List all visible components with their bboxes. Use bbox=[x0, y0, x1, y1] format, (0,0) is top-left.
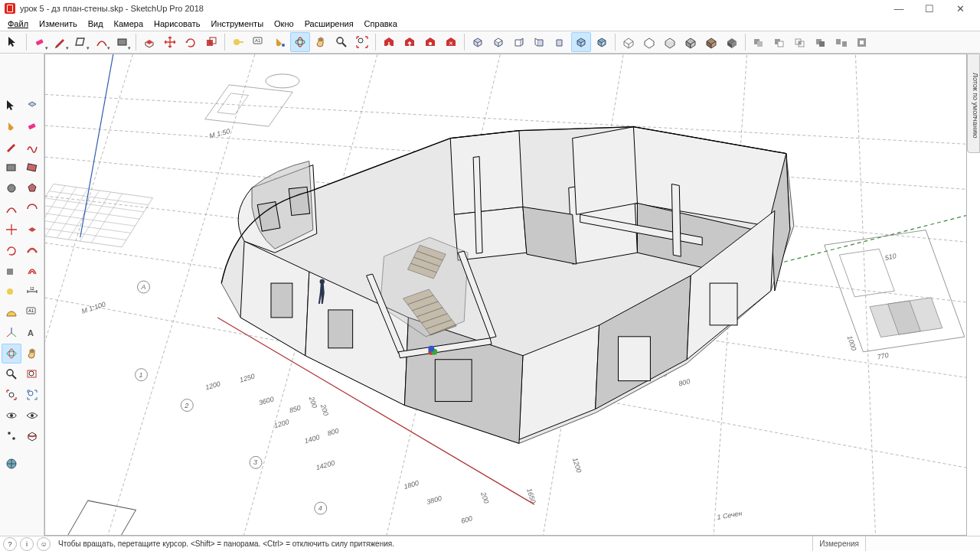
viewport[interactable]: M 1:100 M 1:50 1 Сечен 1200 1250 3600 85… bbox=[44, 54, 967, 536]
view-back[interactable] bbox=[550, 32, 570, 52]
orbit-side[interactable] bbox=[2, 344, 21, 364]
arc2-side[interactable] bbox=[22, 199, 42, 219]
svg-rect-29 bbox=[28, 123, 36, 129]
solid-intersect[interactable] bbox=[790, 32, 810, 52]
style-xray[interactable] bbox=[619, 32, 639, 52]
solid-subtract[interactable] bbox=[769, 32, 789, 52]
zoom-extents-side[interactable] bbox=[22, 385, 42, 405]
view-right[interactable] bbox=[530, 32, 550, 52]
info-icon[interactable]: i bbox=[20, 537, 34, 551]
menu-view[interactable]: Вид bbox=[83, 18, 108, 29]
walk-side[interactable] bbox=[2, 426, 21, 446]
scale-tool[interactable] bbox=[201, 32, 221, 52]
user-icon[interactable]: ☺ bbox=[37, 537, 51, 551]
zoom-extents-tool[interactable] bbox=[352, 32, 372, 52]
svg-text:✕: ✕ bbox=[449, 41, 453, 46]
solid-split[interactable] bbox=[831, 32, 851, 52]
3dtext-side[interactable]: A bbox=[22, 323, 42, 343]
text-tool[interactable]: A1 bbox=[249, 32, 269, 52]
freehand-side[interactable] bbox=[22, 137, 42, 157]
arc-tool[interactable] bbox=[92, 32, 112, 52]
rect-side[interactable] bbox=[2, 158, 21, 178]
pan-side[interactable] bbox=[22, 344, 42, 364]
maximize-button[interactable]: ☐ bbox=[914, 0, 945, 17]
menu-tools[interactable]: Инструменты bbox=[206, 18, 268, 29]
style-wire[interactable] bbox=[639, 32, 659, 52]
arc-side[interactable] bbox=[2, 199, 21, 219]
view-front[interactable] bbox=[509, 32, 529, 52]
solid-outer[interactable] bbox=[852, 32, 872, 52]
rotate-side[interactable] bbox=[2, 240, 21, 260]
minimize-button[interactable]: — bbox=[884, 0, 914, 17]
eye-side[interactable] bbox=[22, 406, 42, 425]
line-side[interactable] bbox=[2, 137, 21, 157]
component-tool[interactable] bbox=[22, 96, 42, 116]
menu-draw[interactable]: Нарисовать bbox=[149, 18, 204, 29]
solid-trim[interactable] bbox=[811, 32, 831, 52]
pan-tool[interactable] bbox=[311, 32, 331, 52]
style-shaded[interactable] bbox=[681, 32, 701, 52]
circle-side[interactable] bbox=[2, 178, 21, 198]
pencil-tool[interactable] bbox=[51, 32, 70, 52]
menu-edit[interactable]: Изменить bbox=[34, 18, 82, 29]
svg-rect-124 bbox=[271, 283, 292, 318]
style-texture[interactable] bbox=[701, 32, 721, 52]
offset-side[interactable] bbox=[22, 261, 42, 281]
geolocation-side[interactable] bbox=[2, 454, 21, 474]
view-left[interactable] bbox=[571, 32, 591, 52]
paint-tool[interactable] bbox=[270, 32, 289, 52]
rect-tool[interactable] bbox=[113, 32, 132, 52]
pushpull-side[interactable] bbox=[22, 220, 42, 240]
measurements-input[interactable] bbox=[865, 536, 980, 551]
default-tray-tab[interactable]: Лоток по умолчанию bbox=[967, 54, 980, 153]
menu-file[interactable]: Файл bbox=[3, 18, 33, 29]
zoom-side[interactable] bbox=[2, 364, 21, 384]
select-tool-side[interactable] bbox=[2, 96, 21, 116]
orbit-tool[interactable] bbox=[290, 32, 310, 52]
ext-warehouse[interactable] bbox=[420, 32, 440, 52]
tape-side[interactable] bbox=[2, 282, 21, 302]
style-hidden[interactable] bbox=[660, 32, 680, 52]
rotate-tool[interactable] bbox=[181, 32, 201, 52]
help-icon[interactable]: ? bbox=[3, 537, 17, 551]
menubar: Файл Изменить Вид Камера Нарисовать Инст… bbox=[0, 17, 980, 31]
move-tool[interactable] bbox=[160, 32, 180, 52]
lookaround-side[interactable] bbox=[2, 406, 21, 425]
zoom-previous-side[interactable] bbox=[2, 385, 21, 405]
section-side[interactable] bbox=[22, 426, 42, 446]
zoom-tool[interactable] bbox=[332, 32, 351, 52]
rect-rot-side[interactable] bbox=[22, 158, 42, 178]
warehouse-get[interactable] bbox=[379, 32, 399, 52]
solid-union[interactable] bbox=[749, 32, 769, 52]
eraser-side[interactable] bbox=[22, 116, 42, 136]
warehouse-send[interactable] bbox=[400, 32, 420, 52]
view-bottom[interactable] bbox=[592, 32, 612, 52]
protractor-side[interactable] bbox=[2, 302, 21, 322]
eraser-tool[interactable] bbox=[30, 32, 50, 52]
paint-side[interactable] bbox=[2, 116, 21, 136]
view-iso[interactable] bbox=[468, 32, 488, 52]
add-location[interactable]: ✕ bbox=[441, 32, 461, 52]
menu-window[interactable]: Окно bbox=[270, 18, 299, 29]
zoom-window-side[interactable] bbox=[22, 364, 42, 384]
scale-side[interactable] bbox=[2, 261, 21, 281]
menu-help[interactable]: Справка bbox=[360, 18, 402, 29]
close-button[interactable]: ✕ bbox=[945, 0, 975, 17]
style-mono[interactable] bbox=[722, 32, 742, 52]
axes-side[interactable] bbox=[2, 323, 21, 343]
dimension-side[interactable]: 12 bbox=[22, 282, 42, 302]
move-side[interactable] bbox=[2, 220, 21, 240]
select-tool[interactable] bbox=[3, 32, 23, 52]
shapes-tool[interactable] bbox=[71, 32, 91, 52]
followme-side[interactable] bbox=[22, 240, 42, 260]
pushpull-tool[interactable] bbox=[139, 32, 159, 52]
window-title: урок 5 - дз план-стены.skp - SketchUp Pr… bbox=[20, 4, 884, 13]
menu-camera[interactable]: Камера bbox=[109, 18, 148, 29]
tape-tool[interactable] bbox=[228, 32, 248, 52]
svg-point-4 bbox=[234, 39, 240, 45]
polygon-side[interactable] bbox=[22, 178, 42, 198]
view-top[interactable] bbox=[488, 32, 508, 52]
svg-rect-127 bbox=[619, 337, 651, 381]
text-side[interactable]: A1 bbox=[22, 302, 42, 322]
menu-extensions[interactable]: Расширения bbox=[300, 18, 358, 29]
